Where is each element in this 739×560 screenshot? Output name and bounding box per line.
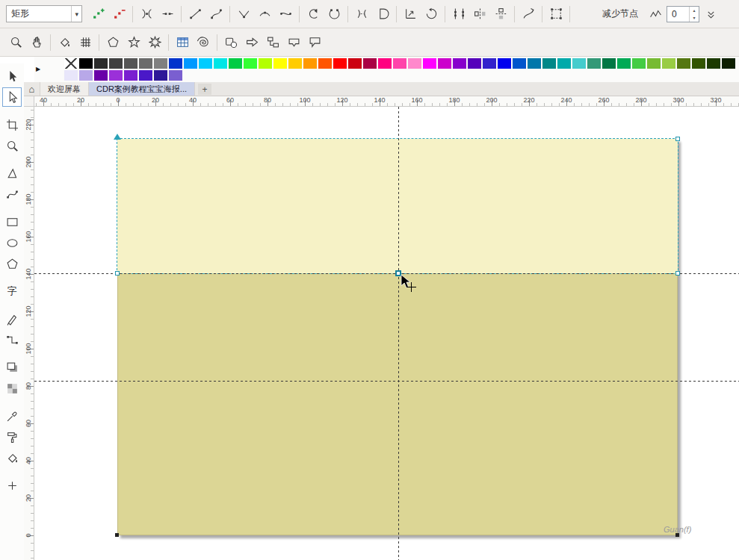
new-tab-button[interactable]: +: [198, 84, 211, 95]
close-curve-button[interactable]: [324, 4, 344, 24]
color-swatch[interactable]: [303, 57, 318, 69]
welcome-home-button[interactable]: ⌂: [24, 82, 40, 96]
convert-to-line-button[interactable]: [185, 4, 205, 24]
cusp-node-button[interactable]: [234, 4, 253, 24]
color-swatch[interactable]: [706, 57, 721, 69]
color-swatch[interactable]: [377, 57, 392, 69]
rotate-skew-nodes-button[interactable]: [421, 4, 441, 24]
arrow-shapes-button[interactable]: [242, 33, 262, 52]
spin-up-icon[interactable]: ▴: [690, 7, 699, 14]
tab-document[interactable]: CDR案例教程宝宝海报...: [89, 82, 195, 96]
color-swatch[interactable]: [123, 69, 138, 81]
flowchart-shapes-button[interactable]: [263, 33, 282, 52]
node-mid-right[interactable]: [675, 271, 680, 276]
align-nodes-button[interactable]: [449, 4, 469, 24]
color-swatch[interactable]: [407, 57, 422, 69]
star-tool-button[interactable]: [124, 33, 143, 52]
reflect-horizontal-button[interactable]: [470, 4, 489, 24]
rectangle-tool[interactable]: [2, 212, 22, 231]
elastic-mode-button[interactable]: [519, 4, 538, 24]
color-swatch[interactable]: [602, 57, 616, 69]
color-swatch[interactable]: [512, 57, 527, 69]
color-swatch[interactable]: [347, 57, 362, 69]
color-swatch[interactable]: [422, 57, 437, 69]
symmetrical-node-button[interactable]: [276, 4, 295, 24]
color-swatch[interactable]: [78, 69, 93, 81]
guideline-vertical[interactable]: [398, 107, 399, 560]
smooth-node-button[interactable]: [255, 4, 274, 24]
color-swatch[interactable]: [228, 57, 243, 69]
reflect-vertical-button[interactable]: [491, 4, 510, 24]
pan-tool-button[interactable]: [27, 33, 46, 52]
crop-tool[interactable]: [2, 115, 22, 134]
color-swatch[interactable]: [691, 57, 706, 69]
artistic-media-tool[interactable]: [2, 184, 22, 204]
join-nodes-button[interactable]: [137, 4, 156, 24]
color-swatch[interactable]: [93, 57, 108, 69]
color-swatch[interactable]: [631, 57, 646, 69]
color-swatch[interactable]: [273, 57, 288, 69]
transparency-tool[interactable]: [2, 379, 22, 398]
curve-smoothness-input[interactable]: 0 ▴ ▾: [667, 6, 699, 22]
reduce-nodes-button[interactable]: 减少节点: [596, 5, 644, 22]
no-color-swatch[interactable]: [64, 57, 78, 69]
color-swatch[interactable]: [467, 57, 482, 69]
color-swatch[interactable]: [138, 69, 153, 81]
color-swatch[interactable]: [64, 69, 78, 81]
delete-node-button[interactable]: [109, 4, 129, 24]
extend-curve-close-button[interactable]: [373, 4, 392, 24]
pen-tool[interactable]: [2, 309, 22, 329]
color-swatch[interactable]: [288, 57, 303, 69]
extract-subpath-button[interactable]: [352, 4, 371, 24]
guideline-horizontal-2[interactable]: [34, 381, 739, 382]
color-swatch[interactable]: [243, 57, 258, 69]
color-swatch[interactable]: [333, 57, 347, 69]
color-swatch[interactable]: [123, 57, 138, 69]
shape-type-dropdown[interactable]: 矩形 ▾: [6, 5, 82, 22]
banner-shapes-button[interactable]: [284, 33, 303, 52]
ellipse-tool[interactable]: [2, 233, 22, 252]
color-swatch[interactable]: [676, 57, 691, 69]
color-swatch[interactable]: [362, 57, 377, 69]
spiral-tool-button[interactable]: [194, 33, 213, 52]
polygon-tool-button[interactable]: [103, 33, 123, 52]
ruler-origin-corner[interactable]: [24, 96, 34, 107]
drawing-canvas[interactable]: Guan(f): [34, 107, 739, 560]
polygon-tool[interactable]: [2, 254, 22, 273]
color-swatch[interactable]: [497, 57, 512, 69]
color-swatch[interactable]: [168, 57, 183, 69]
complex-star-tool-button[interactable]: [145, 33, 164, 52]
graph-paper-tool-button[interactable]: [75, 33, 95, 52]
color-eyedropper-tool[interactable]: [2, 406, 22, 426]
break-curve-button[interactable]: [158, 4, 177, 24]
propbar-more-button[interactable]: [701, 4, 720, 24]
select-all-nodes-button[interactable]: [546, 4, 566, 24]
spin-down-icon[interactable]: ▾: [690, 14, 699, 22]
color-swatch[interactable]: [138, 57, 153, 69]
shape-tool[interactable]: [2, 87, 22, 107]
color-swatch[interactable]: [153, 69, 168, 81]
tab-welcome[interactable]: 欢迎屏幕: [40, 82, 89, 96]
palette-flyout-arrow[interactable]: ▶: [36, 66, 40, 72]
color-swatch[interactable]: [721, 57, 736, 69]
color-swatch[interactable]: [168, 69, 183, 81]
callout-shapes-button[interactable]: [305, 33, 324, 52]
rect-bottom-half[interactable]: [117, 273, 678, 535]
zoom-tool[interactable]: [2, 136, 22, 155]
add-node-button[interactable]: [88, 4, 108, 24]
color-swatch[interactable]: [93, 69, 108, 81]
stretch-nodes-button[interactable]: [401, 4, 420, 24]
color-swatch[interactable]: [183, 57, 198, 69]
pick-tool[interactable]: [2, 66, 22, 86]
table-tool-button[interactable]: [173, 33, 192, 52]
color-swatch[interactable]: [572, 57, 587, 69]
color-swatch[interactable]: [437, 57, 452, 69]
zoom-tool-button[interactable]: [6, 33, 25, 52]
color-swatch[interactable]: [616, 57, 631, 69]
node-top-right[interactable]: [675, 137, 680, 141]
color-swatch[interactable]: [557, 57, 572, 69]
freehand-tool[interactable]: [2, 164, 22, 183]
color-swatch[interactable]: [661, 57, 676, 69]
smart-fill-tool-button[interactable]: [55, 33, 74, 52]
color-swatch[interactable]: [452, 57, 467, 69]
